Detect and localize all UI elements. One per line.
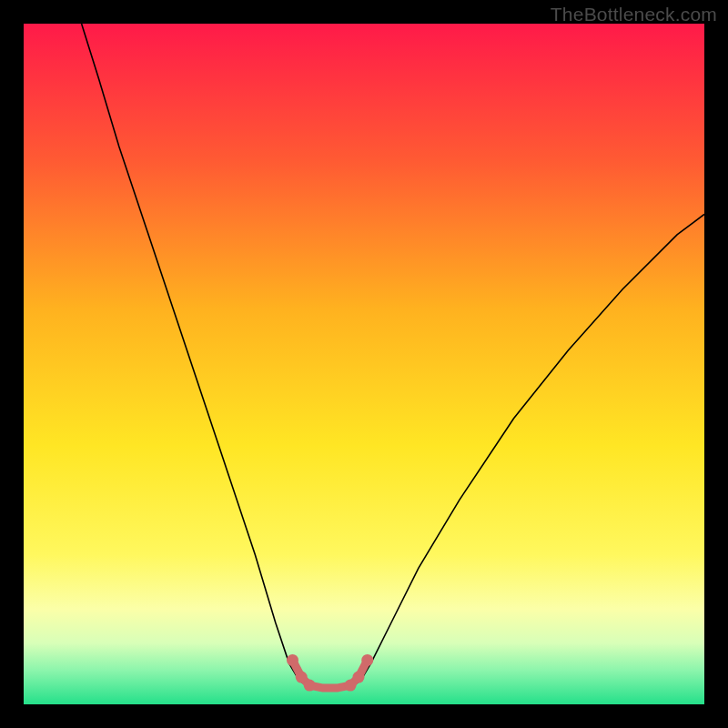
watermark-text: TheBottleneck.com — [551, 4, 717, 25]
accent-dot — [361, 654, 373, 666]
accent-dot — [287, 654, 298, 666]
accent-dot — [353, 672, 365, 683]
accent-dot — [304, 680, 316, 692]
bottleneck-chart — [24, 24, 704, 704]
gradient-background — [24, 24, 704, 704]
outer-frame: TheBottleneck.com — [0, 0, 728, 728]
plot-area — [24, 24, 704, 704]
